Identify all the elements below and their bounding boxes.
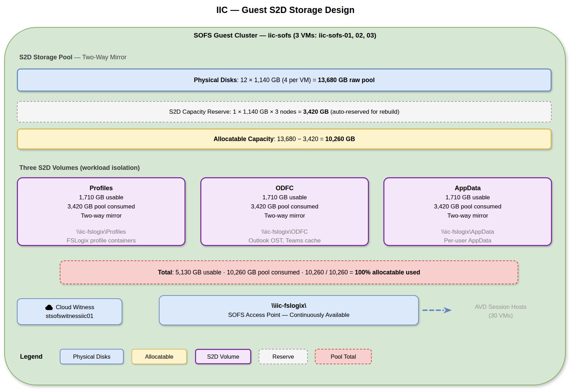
volume-share-path: \\iic-fslogix\AppData xyxy=(441,227,494,236)
physical-disks-box: Physical Disks: 12 × 1,140 GB (4 per VM)… xyxy=(17,68,552,92)
volume-description: FSLogix profile containers xyxy=(67,236,136,245)
volume-share-path: \\iic-fslogix\Profiles xyxy=(77,227,126,236)
avd-line1: AVD Session Hosts xyxy=(460,303,541,311)
volume-resiliency: Two-way mirror xyxy=(264,211,305,220)
sofs-access-point-box: \\iic-fslogix\ SOFS Access Point — Conti… xyxy=(159,295,419,325)
legend-item-pool-total: Pool Total xyxy=(315,349,372,364)
volume-consumed: 3,420 GB pool consumed xyxy=(251,202,318,211)
allocatable-formula: : 13,680 − 3,420 = xyxy=(274,135,325,142)
legend-item-label: Reserve xyxy=(272,353,294,360)
legend-item-physical-disks: Physical Disks xyxy=(60,349,124,364)
capacity-reserve-box: S2D Capacity Reserve: 1 × 1,140 GB × 3 n… xyxy=(17,101,552,122)
volume-name: ODFC xyxy=(276,183,294,193)
physical-disks-label: Physical Disks xyxy=(194,77,237,84)
reserve-total: 3,420 GB xyxy=(303,108,329,115)
total-label: Total xyxy=(158,269,172,276)
cloud-witness-name: stsofswitnessiic01 xyxy=(46,312,93,320)
volume-resiliency: Two-way mirror xyxy=(447,211,488,220)
sofs-access-label: SOFS Access Point — Continuously Availab… xyxy=(228,311,350,320)
physical-disks-formula: : 12 × 1,140 GB (4 per VM) = xyxy=(237,77,318,84)
allocatable-total: 10,260 GB xyxy=(325,135,355,142)
volume-card-profiles: Profiles 1,710 GB usable 3,420 GB pool c… xyxy=(17,177,186,246)
allocatable-capacity-box: Allocatable Capacity: 13,680 − 3,420 = 1… xyxy=(17,128,552,150)
legend-item-label: Pool Total xyxy=(331,353,356,360)
physical-disks-total: 13,680 GB raw pool xyxy=(318,77,375,84)
volume-consumed: 3,420 GB pool consumed xyxy=(67,202,135,211)
volume-consumed: 3,420 GB pool consumed xyxy=(434,202,501,211)
pool-label-rest: — Two-Way Mirror xyxy=(72,54,126,61)
cloud-icon xyxy=(45,305,53,310)
volume-usable: 1,710 GB usable xyxy=(262,193,307,202)
legend-item-allocatable: Allocatable xyxy=(131,349,187,364)
total-formula: : 5,130 GB usable · 10,260 GB pool consu… xyxy=(172,269,355,276)
pool-section-label: S2D Storage Pool — Two-Way Mirror xyxy=(19,54,126,61)
page-title: IIC — Guest S2D Storage Design xyxy=(0,5,571,15)
volume-description: Outlook OST, Teams cache xyxy=(248,236,321,245)
volume-name: AppData xyxy=(455,183,481,193)
sofs-share-path: \\iic-fslogix\ xyxy=(271,301,306,311)
legend-item-label: S2D Volume xyxy=(207,353,239,360)
volumes-section-label: Three S2D Volumes (workload isolation) xyxy=(19,164,140,172)
pool-total-box: Total: 5,130 GB usable · 10,260 GB pool … xyxy=(60,260,518,284)
avd-session-hosts-label: AVD Session Hosts (30 VMs) xyxy=(460,303,541,320)
volume-card-appdata: AppData 1,710 GB usable 3,420 GB pool co… xyxy=(383,177,552,246)
volume-card-odfc: ODFC 1,710 GB usable 3,420 GB pool consu… xyxy=(200,177,369,246)
avd-line2: (30 VMs) xyxy=(460,311,541,320)
total-result: 100% allocatable used xyxy=(355,269,420,276)
legend-item-reserve: Reserve xyxy=(259,349,308,364)
legend-label: Legend xyxy=(20,353,43,360)
flow-arrow-icon xyxy=(422,306,455,316)
legend-item-label: Physical Disks xyxy=(73,353,110,360)
cluster-header: SOFS Guest Cluster — iic-sofs (3 VMs: ii… xyxy=(4,32,566,39)
volume-resiliency: Two-way mirror xyxy=(81,211,122,220)
reserve-formula: S2D Capacity Reserve: 1 × 1,140 GB × 3 n… xyxy=(169,108,303,115)
volume-usable: 1,710 GB usable xyxy=(79,193,124,202)
legend-item-s2d-volume: S2D Volume xyxy=(195,349,251,364)
reserve-note: (auto-reserved for rebuild) xyxy=(329,108,399,115)
allocatable-label: Allocatable Capacity xyxy=(214,135,274,142)
cloud-witness-box: Cloud Witness stsofswitnessiic01 xyxy=(17,298,122,325)
volume-description: Per-user AppData xyxy=(444,236,491,245)
pool-label-bold: S2D Storage Pool xyxy=(19,54,72,61)
volume-name: Profiles xyxy=(90,183,113,193)
legend-item-label: Allocatable xyxy=(145,353,174,360)
cloud-witness-label: Cloud Witness xyxy=(56,303,95,312)
volume-share-path: \\iic-fslogix\ODFC xyxy=(261,227,308,236)
volume-usable: 1,710 GB usable xyxy=(446,193,490,202)
